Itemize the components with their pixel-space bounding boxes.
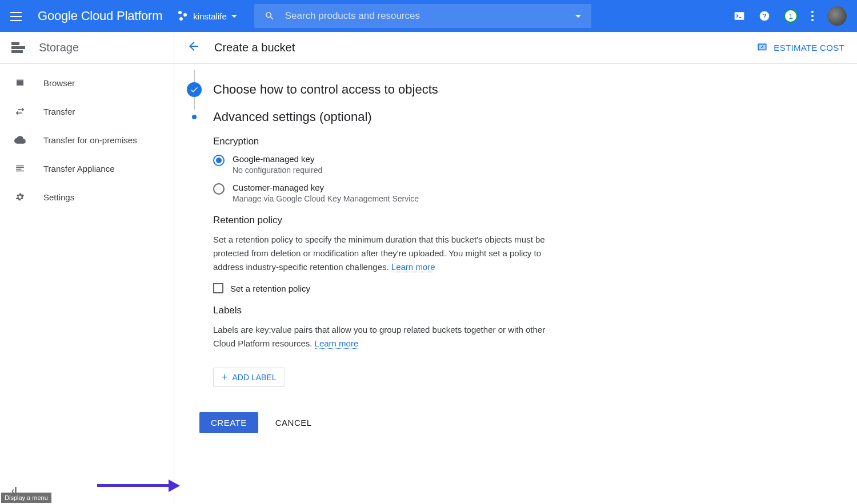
step-dot-icon [187, 115, 202, 119]
radio-google-managed[interactable]: Google-managed key No configuration requ… [213, 154, 556, 175]
account-avatar[interactable] [827, 6, 847, 26]
step-title: Advanced settings (optional) [213, 110, 372, 124]
create-button[interactable]: CREATE [199, 412, 258, 433]
svg-rect-0 [735, 12, 744, 19]
step-title: Choose how to control access to objects [213, 82, 438, 97]
svg-rect-3 [17, 80, 23, 86]
labels-desc: Labels are key:value pairs that allow yo… [213, 323, 556, 350]
project-icon [178, 11, 189, 21]
radio-customer-managed[interactable]: Customer-managed key Manage via Google C… [213, 183, 556, 203]
sidebar-item-transfer-appliance[interactable]: Transfer Appliance [0, 154, 174, 183]
search-input[interactable] [285, 10, 591, 22]
learn-more-link[interactable]: Learn more [315, 338, 359, 349]
search-icon [265, 11, 275, 21]
step-completed[interactable]: Choose how to control access to objects [187, 82, 733, 97]
cancel-button[interactable]: CANCEL [275, 418, 312, 428]
top-header: Google Cloud Platform kinstalife ? 1 [0, 0, 857, 32]
tooltip: Display a menu [1, 493, 51, 503]
notification-badge[interactable]: 1 [784, 9, 798, 23]
radio-sublabel: No configuration required [233, 166, 322, 175]
sidebar-item-label: Transfer for on-premises [43, 135, 137, 145]
gear-icon [14, 191, 26, 203]
gcp-logo[interactable]: Google Cloud Platform [38, 9, 162, 23]
add-label-button[interactable]: + ADD LABEL [213, 368, 285, 387]
sidebar-header: Storage [0, 32, 174, 64]
radio-label: Google-managed key [233, 154, 322, 164]
cloud-shell-icon[interactable] [734, 10, 745, 22]
appliance-icon [14, 162, 26, 175]
browser-icon [14, 76, 26, 89]
sidebar-item-transfer[interactable]: Transfer [0, 97, 174, 126]
radio-label: Customer-managed key [233, 183, 419, 192]
labels-heading: Labels [213, 305, 556, 316]
back-arrow-icon[interactable] [187, 39, 201, 57]
storage-icon [11, 42, 25, 54]
chevron-down-icon[interactable] [575, 15, 581, 18]
estimate-cost-button[interactable]: ESTIMATE COST [756, 42, 844, 54]
svg-text:?: ? [762, 12, 766, 19]
radio-icon [213, 183, 225, 195]
project-selector[interactable]: kinstalife [178, 11, 237, 21]
cloud-upload-icon [14, 134, 26, 146]
retention-checkbox[interactable]: Set a retention policy [213, 283, 556, 293]
check-icon [187, 82, 202, 97]
encryption-heading: Encryption [213, 136, 556, 147]
checkbox-label: Set a retention policy [230, 284, 310, 293]
sidebar-item-transfer-onprem[interactable]: Transfer for on-premises [0, 126, 174, 154]
sidebar-item-browser[interactable]: Browser [0, 68, 174, 97]
plus-icon: + [222, 373, 228, 381]
content-area: Create a bucket ESTIMATE COST Choose how… [174, 32, 857, 504]
retention-heading: Retention policy [213, 215, 556, 226]
sidebar-item-label: Transfer Appliance [43, 164, 115, 174]
radio-sublabel: Manage via Google Cloud Key Management S… [233, 194, 419, 203]
estimate-icon [756, 42, 768, 54]
content-header: Create a bucket ESTIMATE COST [174, 32, 857, 64]
sidebar-item-label: Settings [43, 192, 74, 202]
step-active: Advanced settings (optional) [187, 110, 733, 124]
retention-desc: Set a retention policy to specify the mi… [213, 233, 556, 274]
help-icon[interactable]: ? [759, 10, 770, 22]
chevron-down-icon [231, 15, 237, 18]
radio-icon [213, 155, 225, 166]
hamburger-menu-icon[interactable] [10, 9, 24, 23]
sidebar-item-label: Transfer [43, 107, 75, 116]
more-vert-icon[interactable] [811, 11, 814, 21]
transfer-icon [14, 105, 26, 118]
sidebar-item-label: Browser [43, 78, 75, 88]
sidebar-item-settings[interactable]: Settings [0, 183, 174, 211]
sidebar: Storage Browser Transfer Transfer for on… [0, 32, 174, 504]
page-title: Create a bucket [214, 41, 295, 54]
checkbox-icon [213, 283, 223, 293]
project-name: kinstalife [193, 11, 226, 21]
learn-more-link[interactable]: Learn more [391, 262, 435, 272]
sidebar-title: Storage [39, 41, 79, 54]
search-box[interactable] [254, 4, 591, 28]
